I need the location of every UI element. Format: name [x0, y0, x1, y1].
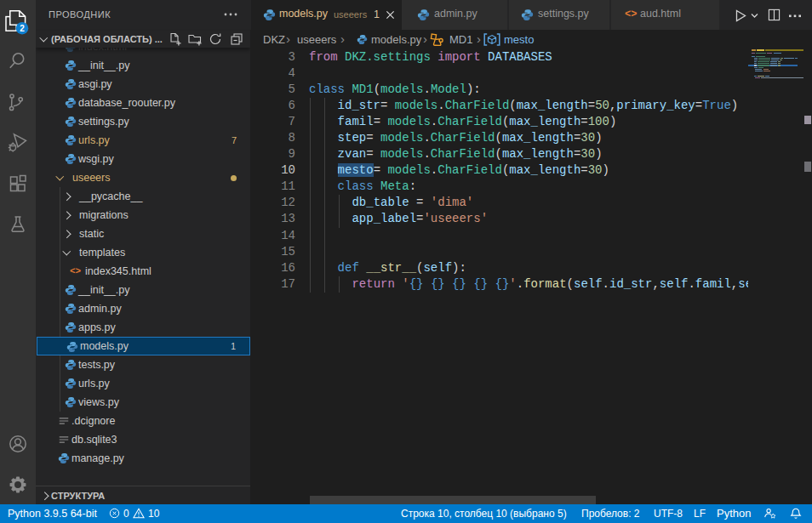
- svg-text:2: 2: [20, 24, 25, 33]
